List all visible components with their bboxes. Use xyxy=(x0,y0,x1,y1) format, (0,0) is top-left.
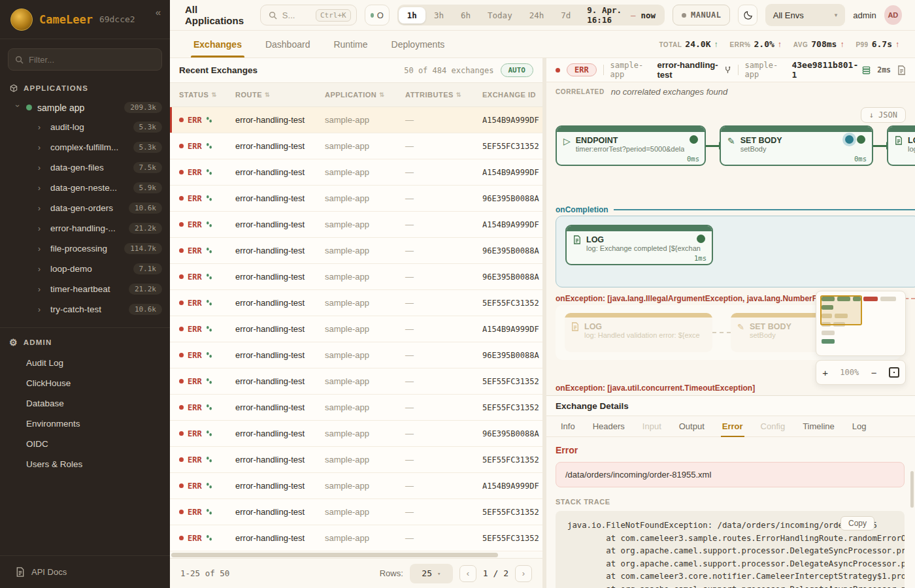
prev-page-button[interactable]: ‹ xyxy=(459,565,476,582)
flow-node-completion-log[interactable]: LOG log: Exchange completed [${exchan 1m… xyxy=(565,225,713,265)
global-search-input[interactable]: S... Ctrl+K xyxy=(260,5,357,25)
sidebar-route-item[interactable]: › try-catch-test 10.6k xyxy=(0,299,170,319)
rows-per-page-select[interactable]: 25 ▾ xyxy=(410,564,453,583)
sort-icon[interactable]: ⇅ xyxy=(456,91,461,98)
table-row[interactable]: ERR error-handling-test sample-app — 96E… xyxy=(170,186,542,212)
download-json-button[interactable]: ↓ JSON xyxy=(861,107,906,123)
time-range-button[interactable]: 6h xyxy=(452,7,479,24)
api-docs-link[interactable]: API Docs xyxy=(0,555,170,588)
column-header-attributes[interactable]: ATTRIBUTES⇅ xyxy=(405,91,482,99)
nav-tab[interactable]: Dashboard xyxy=(265,31,310,57)
detail-tab[interactable]: Timeline xyxy=(803,416,835,436)
nav-tab[interactable]: Deployments xyxy=(391,31,445,57)
flow-node-exception-log[interactable]: LOG log: Handled validation error: ${exc… xyxy=(565,313,712,352)
table-row[interactable]: ERR error-handling-test sample-app — A15… xyxy=(170,316,542,342)
detail-tab[interactable]: Input xyxy=(642,416,661,436)
detail-route-name[interactable]: error-handling-test xyxy=(657,60,731,80)
auto-refresh-badge[interactable]: AUTO xyxy=(501,63,534,77)
vertical-scrollbar-thumb[interactable] xyxy=(910,471,914,508)
table-row[interactable]: ERR error-handling-test sample-app — A15… xyxy=(170,159,542,186)
column-header-route[interactable]: ROUTE⇅ xyxy=(235,91,325,99)
column-header-application[interactable]: APPLICATION⇅ xyxy=(325,91,405,99)
time-range-button[interactable]: 3h xyxy=(425,7,452,24)
scrollbar-thumb[interactable] xyxy=(171,553,498,557)
time-range-button[interactable]: 1h xyxy=(399,7,425,24)
avatar[interactable]: AD xyxy=(884,5,902,25)
table-row[interactable]: ERR error-handling-test sample-app — 96E… xyxy=(170,421,542,447)
filter-input[interactable]: Filter... xyxy=(8,48,162,71)
chevron-right-icon[interactable]: › xyxy=(38,123,44,132)
dark-mode-toggle[interactable] xyxy=(738,5,757,25)
sort-icon[interactable]: ⇅ xyxy=(211,91,216,98)
chevron-right-icon[interactable]: › xyxy=(38,143,44,152)
table-row[interactable]: ERR error-handling-test sample-app — 5EF… xyxy=(170,395,542,421)
column-header-exchange-id[interactable]: EXCHANGE ID xyxy=(482,91,542,99)
copy-button[interactable]: Copy xyxy=(840,516,874,531)
zoom-fit-button[interactable] xyxy=(889,367,899,378)
detail-tab[interactable]: Log xyxy=(852,416,867,436)
next-page-button[interactable]: › xyxy=(515,565,532,582)
chevron-right-icon[interactable]: › xyxy=(38,265,44,274)
sidebar-item-sample-app[interactable]: › sample app 209.3k xyxy=(0,98,170,117)
sidebar-collapse-button[interactable]: « xyxy=(156,7,161,18)
breakpoint-dot-icon[interactable] xyxy=(845,135,854,144)
chevron-right-icon[interactable]: › xyxy=(38,285,44,294)
sidebar-admin-item[interactable]: OIDC xyxy=(0,434,170,454)
chevron-right-icon[interactable]: › xyxy=(38,204,44,213)
nav-tab[interactable]: Exchanges xyxy=(193,31,242,57)
flow-node-set-body[interactable]: ✎ SET BODY setBody 0ms xyxy=(720,125,873,166)
time-range-button[interactable]: Today xyxy=(479,7,521,24)
sidebar-admin-item[interactable]: Environments xyxy=(0,414,170,434)
sidebar-route-item[interactable]: › data-gen-files 7.5k xyxy=(0,157,170,178)
detail-tab[interactable]: Output xyxy=(679,416,705,436)
chevron-right-icon[interactable]: › xyxy=(38,305,44,314)
sidebar-route-item[interactable]: › complex-fulfillm... 5.3k xyxy=(0,137,170,157)
sidebar-route-item[interactable]: › file-processing 114.7k xyxy=(0,238,170,259)
table-row[interactable]: ERR error-handling-test sample-app — 96E… xyxy=(170,342,542,368)
diagram-minimap[interactable] xyxy=(816,291,906,356)
sort-icon[interactable]: ⇅ xyxy=(265,91,270,98)
sidebar-admin-item[interactable]: Audit Log xyxy=(0,353,170,373)
sidebar-route-item[interactable]: › data-gen-orders 10.6k xyxy=(0,198,170,218)
sidebar-route-item[interactable]: › audit-log 5.3k xyxy=(0,117,170,137)
chevron-right-icon[interactable]: › xyxy=(38,163,44,172)
table-row[interactable]: ERR error-handling-test sample-app — A15… xyxy=(170,473,542,499)
time-range-button[interactable]: 7d xyxy=(552,7,579,24)
exchange-id[interactable]: 43ee9811b801-1 xyxy=(791,60,871,80)
detail-tab[interactable]: Headers xyxy=(593,416,625,436)
zoom-out-button[interactable]: − xyxy=(871,367,877,378)
date-range[interactable]: 9. Apr. 16:16 – now xyxy=(579,5,663,25)
flow-node-log[interactable]: LOG log: Sta xyxy=(887,125,915,166)
table-row[interactable]: ERR error-handling-test sample-app — 5EF… xyxy=(170,290,542,316)
chevron-right-icon[interactable]: › xyxy=(38,244,44,253)
time-range-button[interactable]: 24h xyxy=(521,7,553,24)
table-row[interactable]: ERR error-handling-test sample-app — 96E… xyxy=(170,264,542,290)
stack-trace-box[interactable]: java.io.FileNotFoundException: /data/ord… xyxy=(556,511,905,588)
environment-select[interactable]: All Envs ▾ xyxy=(765,4,845,26)
sidebar-admin-item[interactable]: ClickHouse xyxy=(0,373,170,393)
horizontal-scrollbar[interactable] xyxy=(170,552,542,558)
minimap-viewport[interactable] xyxy=(820,295,862,325)
chevron-right-icon[interactable]: › xyxy=(38,184,44,193)
sidebar-route-item[interactable]: › data-gen-neste... 5.9k xyxy=(0,178,170,198)
nav-tab[interactable]: Runtime xyxy=(333,31,367,57)
chevron-down-icon[interactable]: › xyxy=(13,105,22,111)
table-row[interactable]: ERR error-handling-test sample-app — 96E… xyxy=(170,238,542,264)
detail-tab[interactable]: Config xyxy=(761,416,786,436)
sidebar-admin-item[interactable]: Database xyxy=(0,393,170,414)
manual-refresh-toggle[interactable]: MANUAL xyxy=(673,5,730,25)
table-row[interactable]: ERR error-handling-test sample-app — A15… xyxy=(170,212,542,238)
flow-node-endpoint[interactable]: ▷ ENDPOINT timer:errorTest?period=5000&d… xyxy=(556,125,706,166)
table-row[interactable]: ERR error-handling-test sample-app — 5EF… xyxy=(170,447,542,473)
detail-tab[interactable]: Info xyxy=(561,416,575,436)
document-icon[interactable] xyxy=(897,65,906,75)
sidebar-route-item[interactable]: › timer-heartbeat 21.2k xyxy=(0,279,170,299)
zoom-in-button[interactable]: + xyxy=(822,367,828,378)
sidebar-route-item[interactable]: › error-handling-... 21.2k xyxy=(0,218,170,238)
column-header-status[interactable]: STATUS⇅ xyxy=(179,91,235,99)
chevron-right-icon[interactable]: › xyxy=(38,224,44,233)
table-row[interactable]: ERR error-handling-test sample-app — A15… xyxy=(170,107,542,133)
detail-tab[interactable]: Error xyxy=(722,416,743,436)
sort-icon[interactable]: ⇅ xyxy=(379,91,384,98)
table-row[interactable]: ERR error-handling-test sample-app — 5EF… xyxy=(170,368,542,395)
